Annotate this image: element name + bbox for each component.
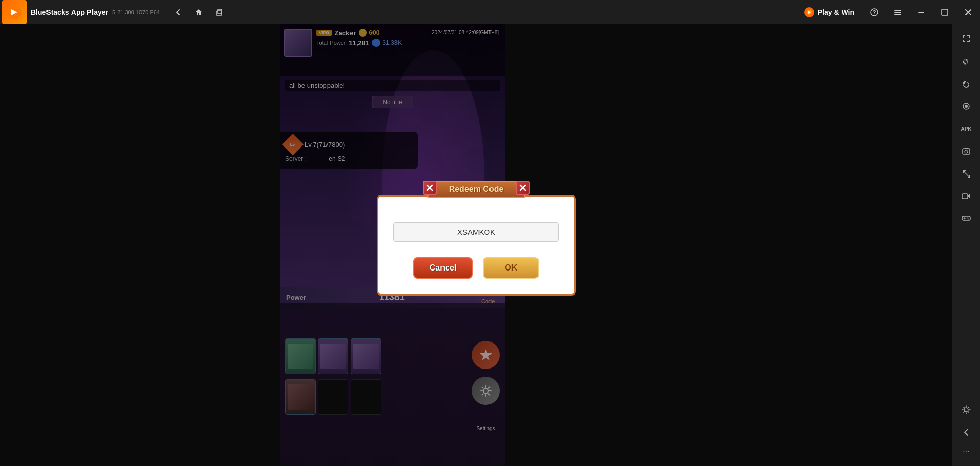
svg-rect-16 [962, 194, 968, 199]
minimize-button[interactable] [909, 0, 933, 24]
app-version: 5.21.300.1070 P64 [112, 9, 160, 15]
play-win-icon [804, 7, 814, 17]
app-name: BlueStacks App Player [31, 8, 108, 16]
close-button[interactable] [956, 0, 980, 24]
back-button[interactable] [170, 4, 186, 20]
help-button[interactable]: ? [862, 0, 886, 24]
home-button[interactable] [191, 4, 207, 20]
screenshot-sidebar-icon[interactable] [956, 141, 976, 161]
dialog-close-right-button[interactable] [516, 181, 530, 195]
maximize-button[interactable] [933, 0, 956, 24]
svg-point-18 [967, 218, 968, 219]
right-sidebar: APK ··· [952, 24, 980, 466]
game-area: VIP0 Zacker 600 Total Power 11,281 31.33… [0, 24, 952, 466]
dialog-container: Redeem Code Cancel OK [377, 195, 576, 296]
play-win-button[interactable]: Play & Win [796, 0, 862, 24]
apk-install-icon[interactable]: APK [956, 118, 976, 139]
svg-rect-9 [918, 12, 924, 13]
cancel-button[interactable]: Cancel [413, 257, 473, 279]
back-sidebar-icon[interactable] [956, 422, 976, 443]
game-control-icon[interactable] [956, 208, 976, 229]
svg-point-14 [965, 150, 968, 153]
ok-button[interactable]: OK [483, 257, 539, 279]
dialog-header: Redeem Code [428, 181, 525, 198]
fullscreen-icon[interactable] [956, 29, 976, 49]
video-record-icon[interactable] [956, 186, 976, 206]
svg-point-19 [968, 219, 969, 220]
dialog-overlay: Redeem Code Cancel OK [0, 24, 952, 466]
titlebar: BlueStacks App Player 5.21.300.1070 P64 … [0, 0, 980, 24]
titlebar-nav [170, 4, 227, 20]
resize-sidebar-icon[interactable] [956, 163, 976, 184]
play-win-label: Play & Win [818, 8, 854, 16]
svg-rect-15 [965, 148, 968, 149]
camera-record-icon[interactable] [956, 96, 976, 116]
svg-point-12 [965, 105, 968, 108]
app-logo [2, 0, 27, 24]
svg-text:?: ? [873, 9, 876, 15]
dialog-title: Redeem Code [449, 185, 504, 193]
settings-sidebar-icon[interactable] [956, 51, 976, 71]
svg-point-20 [964, 408, 968, 412]
svg-rect-7 [894, 12, 901, 13]
dialog-body: Cancel OK [377, 195, 576, 296]
rotate-icon[interactable] [956, 73, 976, 94]
menu-button[interactable] [886, 0, 909, 24]
more-options-icon[interactable]: ··· [961, 445, 971, 458]
copy-button[interactable] [211, 4, 227, 20]
svg-rect-8 [894, 14, 901, 15]
svg-rect-10 [942, 9, 948, 15]
dialog-close-left-ornament[interactable] [423, 181, 437, 195]
redeem-code-input[interactable] [393, 222, 559, 242]
svg-rect-6 [894, 10, 901, 11]
app-settings-icon[interactable] [956, 400, 976, 420]
dialog-buttons: Cancel OK [393, 257, 559, 279]
